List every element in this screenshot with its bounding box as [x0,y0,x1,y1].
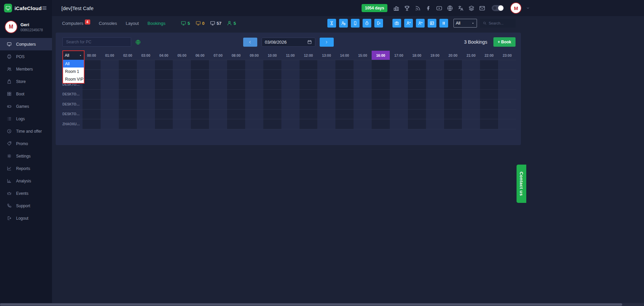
timeline-cell[interactable] [155,90,173,99]
next-day-button[interactable] [320,38,334,47]
timeline-cell[interactable] [444,99,462,109]
timeline-cell[interactable] [173,110,191,119]
timeline-cell[interactable] [137,90,155,99]
timeline-cell[interactable] [444,80,462,89]
sidebar-item-games[interactable]: Games [0,100,52,113]
timeline-cell[interactable] [101,90,119,99]
mobile-button[interactable] [351,19,360,28]
timeline-cell[interactable] [209,70,227,80]
globe-icon[interactable] [135,39,141,45]
timeline-cell[interactable] [191,70,209,80]
timeline-cell[interactable] [444,110,462,119]
timeline-cell[interactable] [263,70,281,80]
timeline-cell[interactable] [462,80,480,89]
timeline-cell[interactable] [119,60,137,70]
timeline-cell[interactable] [335,99,354,109]
youtube-icon[interactable] [436,5,442,11]
book-button[interactable]: + Book [493,37,516,47]
timeline-cell[interactable] [408,90,426,99]
timeline-cell[interactable] [480,70,498,80]
timeline-cell[interactable] [317,90,335,99]
toggle-knob[interactable] [498,5,503,11]
chevron-down-icon[interactable] [526,6,530,10]
timeline-cell[interactable] [426,90,444,99]
sidebar-item-reports[interactable]: Reports [0,162,52,175]
timeline-cell[interactable] [462,70,480,80]
timeline-cell[interactable] [408,110,426,119]
timeline-cell[interactable] [119,80,137,89]
timeline-cell[interactable] [191,90,209,99]
timeline-cell[interactable] [281,99,300,109]
timeline-cell[interactable] [498,99,516,109]
timeline-cell[interactable] [335,70,354,80]
timeline-cell[interactable] [209,110,227,119]
timeline-cell[interactable] [245,119,263,129]
timeline-cell[interactable] [137,99,155,109]
timeline-cell[interactable] [335,90,354,99]
timeline-cell[interactable] [173,99,191,109]
timeline-cell[interactable] [480,80,498,89]
timeline-cell[interactable] [245,60,263,70]
filter-select[interactable]: All [453,19,477,28]
ranking-icon[interactable] [393,5,399,11]
timeline-cell[interactable] [245,80,263,89]
timeline-cell[interactable] [354,99,372,109]
timeline-cell[interactable] [354,90,372,99]
timeline-cell[interactable] [209,90,227,99]
sidebar-item-pos[interactable]: POS [0,50,52,63]
sidebar-item-members[interactable]: Members [0,63,52,75]
timeline-cell[interactable] [191,99,209,109]
sidebar-item-computers[interactable]: Computers [0,38,52,50]
timeline-cell[interactable] [173,70,191,80]
timeline-cell[interactable] [335,119,354,129]
timeline-cell[interactable] [480,119,498,129]
timeline-cell[interactable] [480,99,498,109]
timeline-cell[interactable] [426,110,444,119]
timeline-cell[interactable] [354,60,372,70]
timeline-cell[interactable] [227,99,245,109]
app-logo[interactable] [4,4,12,12]
timeline-cell[interactable] [83,80,101,89]
timeline-cell[interactable] [300,99,318,109]
timeline-cell[interactable] [426,60,444,70]
timeline-cell[interactable] [173,60,191,70]
timeline-cell[interactable] [408,60,426,70]
pc-search-input[interactable] [62,37,131,47]
timeline-cell[interactable] [408,70,426,80]
timeline-cell[interactable] [209,99,227,109]
timeline-cell[interactable] [390,110,408,119]
timeline-cell[interactable] [83,60,101,70]
tab-computers[interactable]: Computers 4 [62,21,90,26]
user-arrow-button[interactable] [416,19,425,28]
sidebar-item-store[interactable]: Store [0,75,52,88]
rss-icon[interactable] [415,5,421,11]
timeline-cell[interactable] [372,60,390,70]
timeline-cell[interactable] [155,60,173,70]
timeline-cell[interactable] [263,99,281,109]
layers-icon[interactable] [468,5,475,11]
timeline-cell[interactable] [426,119,444,129]
timeline-cell[interactable] [390,90,408,99]
timeline-cell[interactable] [300,60,318,70]
timeline-cell[interactable] [263,80,281,89]
timeline-cell[interactable] [263,110,281,119]
timeline-cell[interactable] [300,90,318,99]
timeline-cell[interactable] [209,80,227,89]
timeline-cell[interactable] [101,99,119,109]
timeline-cell[interactable] [372,90,390,99]
timeline-cell[interactable] [462,119,480,129]
sidebar-item-analysis[interactable]: Analysis [0,175,52,187]
timeline-cell[interactable] [426,70,444,80]
timeline-cell[interactable] [119,99,137,109]
timeline-cell[interactable] [300,119,318,129]
scrollbar-thumb[interactable] [0,303,622,306]
timeline-cell[interactable] [173,80,191,89]
timeline-cell[interactable] [372,99,390,109]
timeline-cell[interactable] [390,80,408,89]
timeline-cell[interactable] [281,80,300,89]
sidebar-item-time-and-offer[interactable]: Time and offer [0,125,52,137]
timeline-cell[interactable] [317,80,335,89]
timeline-cell[interactable] [173,119,191,129]
timeline-cell[interactable] [245,70,263,80]
user-clock-button[interactable] [339,19,348,28]
